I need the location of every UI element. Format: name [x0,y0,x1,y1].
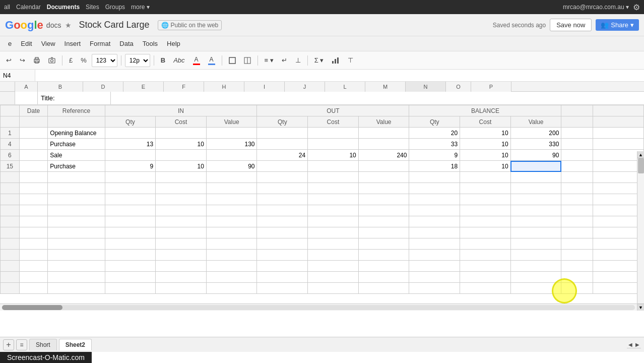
nav-left-arrow[interactable]: ◀ [627,341,634,348]
sheet-tab-sheet2[interactable]: Sheet2 [59,339,92,350]
menu-data[interactable]: Data [115,38,137,49]
header-out[interactable]: OUT [257,105,409,116]
vertical-scrollbar[interactable]: ▲ ▼ [637,151,644,311]
cell-out-qty-6[interactable]: 24 [257,150,308,161]
user-email[interactable]: mrcao@mrcao.com.au ▾ [563,4,629,11]
sub-bal-qty[interactable]: Qty [409,116,460,128]
cell-in-cost-1[interactable] [156,128,207,139]
menu-edit[interactable]: Edit [17,38,36,49]
gear-icon[interactable]: ⚙ [633,3,640,12]
border-button[interactable] [226,55,239,66]
header-reference[interactable]: Reference [48,105,105,116]
cell-ref-4[interactable]: Purchase [48,139,105,150]
col-B[interactable]: B [38,82,83,92]
cell-out-cost-1[interactable] [308,128,359,139]
highlight-color-button[interactable]: A [205,54,218,67]
font-button[interactable]: Abc [170,54,187,66]
col-J[interactable]: J [285,82,325,92]
header-date[interactable]: Date [19,105,48,116]
doc-title[interactable]: Stock Card Large [79,20,149,30]
cell-ref-15[interactable]: Purchase [48,161,105,172]
title-a-cell[interactable] [15,92,38,104]
cell-date-4[interactable] [19,139,48,150]
col-E[interactable]: E [123,82,164,92]
scrollbar-down-arrow[interactable]: ▼ [637,304,644,311]
col-O[interactable]: O [446,82,471,92]
cell-in-qty-6[interactable] [105,150,156,161]
menu-insert[interactable]: Insert [60,38,85,49]
cell-out-val-1[interactable] [358,128,409,139]
wrap-button[interactable]: ↵ [279,54,290,66]
cell-out-val-6[interactable]: 240 [358,150,409,161]
sub-out-cost[interactable]: Cost [308,116,359,128]
cell-in-val-15[interactable]: 90 [206,161,257,172]
cell-in-cost-6[interactable] [156,150,207,161]
cell-bal-cost-15[interactable]: 10 [460,161,511,172]
public-badge[interactable]: 🌐 Public on the web [158,20,222,30]
scrollbar-up-arrow[interactable]: ▲ [637,151,644,158]
title-value-cell[interactable]: Title: [38,92,111,104]
cell-out-cost-4[interactable] [308,139,359,150]
col-D[interactable]: D [83,82,123,92]
sub-bal-cost[interactable]: Cost [460,116,511,128]
cell-bal-qty-1[interactable]: 20 [409,128,460,139]
cell-bal-val-4[interactable]: 330 [510,139,561,150]
currency-button[interactable]: £ [66,54,76,66]
formula-button[interactable]: Σ ▾ [311,54,327,66]
cell-bal-cost-6[interactable]: 10 [460,150,511,161]
cell-out-val-4[interactable] [358,139,409,150]
print-button[interactable] [30,55,43,66]
filter-button[interactable]: ⊤ [345,54,356,66]
cell-out-qty-4[interactable] [257,139,308,150]
redo-button[interactable]: ↪ [17,54,28,66]
cell-in-qty-1[interactable] [105,128,156,139]
undo-button[interactable]: ↩ [3,54,15,66]
google-docs-logo[interactable]: Google docs [5,19,61,32]
cell-out-cost-6[interactable]: 10 [308,150,359,161]
sub-out-value[interactable]: Value [358,116,409,128]
sub-in-value[interactable]: Value [206,116,257,128]
menu-view[interactable]: View [37,38,59,49]
font-size-select[interactable]: 12pt [125,54,150,67]
nav-all[interactable]: all [4,4,10,11]
formula-input[interactable] [35,72,644,79]
camera-button[interactable] [45,55,58,66]
nav-calendar[interactable]: Calendar [16,4,41,11]
cell-in-qty-15[interactable]: 9 [105,161,156,172]
h-scrollbar-track[interactable] [2,305,635,310]
col-F[interactable]: F [164,82,204,92]
cell-in-val-1[interactable] [206,128,257,139]
cell-ref-1[interactable]: Opening Balance [48,128,105,139]
sub-in-cost[interactable]: Cost [156,116,207,128]
nav-sites[interactable]: Sites [86,4,99,11]
nav-groups[interactable]: Groups [105,4,125,11]
cell-in-cost-15[interactable]: 10 [156,161,207,172]
align-button[interactable]: ≡ ▾ [262,54,277,66]
header-in[interactable]: IN [105,105,257,116]
sub-in-qty[interactable]: Qty [105,116,156,128]
font-color-button[interactable]: A [190,54,203,67]
cell-bal-cost-1[interactable]: 10 [460,128,511,139]
menu-format[interactable]: Format [86,38,114,49]
save-now-button[interactable]: Save now [550,19,592,31]
cell-date-6[interactable] [19,150,48,161]
cell-bal-val-15-selected[interactable] [510,161,561,172]
merge-button[interactable] [241,55,254,66]
col-N[interactable]: N [406,82,446,92]
nav-more[interactable]: more ▾ [131,4,150,11]
decimal-select[interactable]: 123 [92,54,117,67]
sub-bal-value[interactable]: Value [510,116,561,128]
col-L[interactable]: L [325,82,365,92]
cell-bal-val-6[interactable]: 90 [510,150,561,161]
col-A[interactable]: A [15,82,38,92]
percent-button[interactable]: % [78,54,90,66]
scrollbar-track[interactable] [637,158,644,304]
cell-bal-qty-6[interactable]: 9 [409,150,460,161]
menu-file[interactable]: e [4,38,16,49]
sheet-menu-button[interactable]: ≡ [16,339,27,350]
col-H[interactable]: H [204,82,244,92]
scrollbar-thumb[interactable] [638,158,644,173]
cell-in-qty-4[interactable]: 13 [105,139,156,150]
col-I[interactable]: I [244,82,285,92]
cell-in-val-6[interactable] [206,150,257,161]
